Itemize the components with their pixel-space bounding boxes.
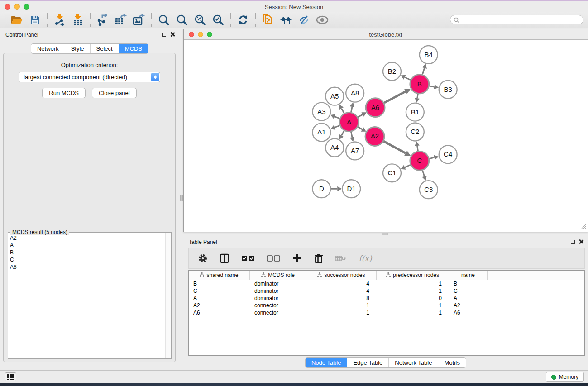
result-scrollbar[interactable] [165, 233, 171, 358]
select-all-columns-icon[interactable] [240, 253, 256, 264]
table-cell[interactable]: 4 [306, 280, 377, 287]
mcds-result-item[interactable]: A2 [10, 234, 165, 242]
copy-network-icon[interactable] [261, 14, 275, 26]
zoom-in-icon[interactable] [157, 14, 171, 26]
table-cell[interactable]: A6 [449, 309, 488, 316]
refresh-icon[interactable] [236, 14, 250, 26]
graph-edge-B-B1[interactable] [417, 94, 418, 98]
mcds-result-item[interactable]: B [10, 249, 165, 256]
close-panel-icon[interactable] [170, 32, 175, 37]
table-cell[interactable]: 1 [306, 302, 377, 309]
graph-edge-A-A8[interactable] [351, 107, 352, 112]
function-builder-icon[interactable]: f(x) [356, 253, 374, 264]
table-cell[interactable]: 1 [377, 309, 449, 316]
zoom-selected-icon[interactable] [211, 14, 225, 26]
graph-edge-B-B4[interactable] [422, 68, 424, 74]
table-cell[interactable]: B [449, 280, 488, 287]
column-header-predecessor-nodes[interactable]: predecessor nodes [377, 271, 449, 280]
table-cell[interactable]: C [189, 287, 250, 295]
add-column-icon[interactable] [291, 253, 303, 264]
deselect-all-columns-icon[interactable] [266, 253, 281, 264]
table-row[interactable]: Bdominator41B [189, 280, 584, 287]
graph-edge-C-C4[interactable] [429, 157, 434, 158]
criterion-select[interactable]: largest connected component (directed) [19, 72, 160, 82]
tab-select[interactable]: Select [90, 44, 119, 53]
table-cell[interactable]: A2 [449, 302, 488, 309]
memory-button[interactable]: Memory [546, 372, 584, 382]
graph-edge-A-A5[interactable] [341, 109, 344, 114]
table-cell[interactable]: 1 [306, 309, 377, 316]
graph-edge-A2-C[interactable] [383, 141, 406, 153]
open-file-icon[interactable] [10, 14, 24, 26]
mcds-result-list[interactable]: A2ABCA6 [10, 234, 165, 357]
table-cell[interactable]: A6 [189, 309, 250, 316]
close-table-panel-icon[interactable] [579, 239, 583, 244]
zoom-out-icon[interactable] [175, 14, 189, 26]
delete-column-trash-icon[interactable] [313, 253, 325, 264]
table-cell[interactable]: 8 [306, 295, 377, 302]
graph-edge-A6-B[interactable] [384, 91, 406, 103]
table-cell[interactable]: C [449, 287, 488, 295]
table-cell[interactable]: connector [250, 302, 306, 309]
mcds-result-item[interactable]: A [10, 242, 165, 249]
task-history-button[interactable] [5, 372, 16, 381]
table-cell[interactable]: 0 [377, 295, 449, 302]
graph-edge-C-C1[interactable] [405, 165, 411, 167]
delete-table-icon[interactable] [335, 253, 346, 264]
table-row[interactable]: Cdominator41C [189, 287, 584, 295]
table-cell[interactable]: A [449, 295, 488, 302]
hide-details-icon[interactable] [297, 14, 311, 26]
table-cell[interactable]: 4 [306, 287, 377, 295]
save-session-icon[interactable] [28, 14, 42, 26]
mcds-result-item[interactable]: C [10, 256, 165, 263]
graph-edge-C-C3[interactable] [422, 170, 424, 176]
graph-edge-A-A6[interactable] [358, 114, 363, 117]
import-table-icon[interactable] [71, 14, 85, 26]
tab-mcds[interactable]: MCDS [119, 44, 148, 53]
node-table[interactable]: shared nameMCDS rolesuccessor nodesprede… [188, 270, 585, 356]
first-neighbors-icon[interactable] [279, 14, 293, 26]
tab-edge-table[interactable]: Edge Table [347, 358, 388, 367]
run-mcds-button[interactable]: Run MCDS [42, 88, 86, 98]
table-cell[interactable]: A [189, 295, 250, 302]
tab-motifs[interactable]: Motifs [438, 358, 466, 367]
import-network-icon[interactable] [53, 14, 67, 26]
graph-edge-A-A2[interactable] [358, 127, 362, 129]
table-cell[interactable]: dominator [250, 280, 306, 287]
graph-edge-A-A1[interactable] [335, 125, 339, 127]
float-table-panel-icon[interactable] [571, 240, 575, 244]
close-panel-button[interactable]: Close panel [92, 88, 137, 98]
mcds-result-item[interactable]: A6 [10, 263, 165, 271]
table-row[interactable]: A6connector11A6 [189, 309, 584, 316]
table-cell[interactable]: connector [250, 309, 306, 316]
graph-edge-C-C2[interactable] [417, 146, 418, 151]
graph-edge-B-B3[interactable] [429, 86, 434, 87]
graph-edge-A-A7[interactable] [351, 132, 352, 137]
table-row[interactable]: A2connector11A2 [189, 302, 584, 309]
network-canvas[interactable]: B4B2BB3A5A8A6A3B1AC2A1A2A4A7C4CC1C3DD1 [184, 40, 588, 232]
search-input[interactable] [450, 15, 583, 24]
tab-network-table[interactable]: Network Table [388, 358, 438, 367]
table-cell[interactable]: 1 [377, 280, 449, 287]
vertical-split-handle[interactable] [180, 195, 183, 201]
birds-eye-icon[interactable] [316, 14, 329, 26]
tab-network[interactable]: Network [31, 44, 65, 53]
graph-edge-A-A3[interactable] [335, 117, 339, 119]
table-cell[interactable]: B [189, 280, 250, 287]
table-cell[interactable]: 1 [377, 302, 449, 309]
table-cell[interactable]: dominator [250, 287, 306, 295]
export-table-icon[interactable] [114, 14, 128, 26]
export-network-icon[interactable] [96, 14, 110, 26]
graph-edge-B-B2[interactable] [405, 77, 411, 80]
column-header-name[interactable]: name [449, 271, 488, 280]
window-resize-grip[interactable] [580, 223, 587, 231]
float-panel-icon[interactable] [162, 33, 166, 37]
zoom-fit-icon[interactable] [193, 14, 207, 26]
column-header-MCDS-role[interactable]: MCDS role [250, 271, 306, 280]
column-header-shared-name[interactable]: shared name [189, 271, 250, 280]
table-cell[interactable]: dominator [250, 295, 306, 302]
graph-edge-A-A4[interactable] [341, 131, 344, 136]
table-settings-gear-icon[interactable] [197, 253, 209, 264]
tab-node-table[interactable]: Node Table [306, 358, 347, 367]
table-cell[interactable]: A2 [189, 302, 250, 309]
